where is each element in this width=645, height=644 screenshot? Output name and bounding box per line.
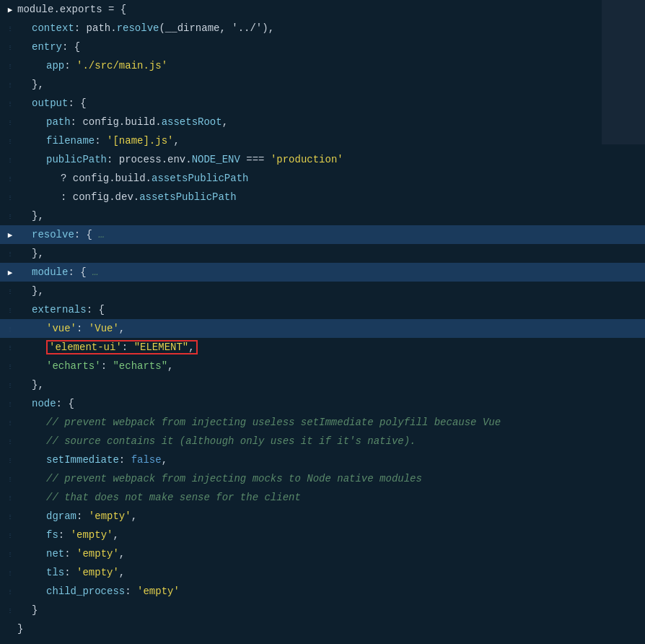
line-gutter: ⋮ <box>3 175 17 182</box>
line-content: : config.dev.assetsPublicPath <box>17 188 645 206</box>
code-line: ⋮// source contains it (although only us… <box>0 432 645 451</box>
line-content: // that does not make sense for the clie… <box>17 489 645 506</box>
line-gutter: ⋮ <box>3 213 17 219</box>
line-content: }, <box>17 282 645 300</box>
line-content: publicPath: process.env.NODE_ENV === 'pr… <box>17 151 645 168</box>
line-content: ? config.build.assetsPublicPath <box>17 170 645 187</box>
line-gutter: ⋮ <box>3 438 17 445</box>
line-gutter: ⋮ <box>3 607 17 614</box>
code-line: ⋮// that does not make sense for the cli… <box>0 488 645 507</box>
line-content: } <box>17 620 645 638</box>
line-gutter: ⋮ <box>3 63 17 69</box>
line-content: // prevent webpack from injecting mocks … <box>17 470 645 487</box>
line-content: resolve: { … <box>17 226 645 243</box>
line-gutter: ▶ <box>3 230 17 240</box>
highlight-box: 'element-ui': "ELEMENT", <box>46 340 198 354</box>
code-line: ⋮}, <box>0 375 645 394</box>
code-line: } <box>0 619 645 638</box>
line-gutter: ⋮ <box>3 532 17 539</box>
code-line: ⋮'vue': 'Vue', <box>0 319 645 338</box>
line-content: } <box>17 601 645 619</box>
minimap <box>602 0 645 144</box>
line-gutter: ⋮ <box>3 44 17 51</box>
line-content: output: { <box>17 95 645 112</box>
code-line: ⋮context: path.resolve(__dirname, '../')… <box>0 19 645 38</box>
line-gutter: ⋮ <box>3 476 17 482</box>
line-gutter: ⋮ <box>3 457 17 464</box>
line-gutter: ⋮ <box>3 495 17 501</box>
line-content: node: { <box>17 395 645 412</box>
line-gutter: ⋮ <box>3 288 17 295</box>
line-gutter: ⋮ <box>3 570 17 576</box>
line-gutter: ⋮ <box>3 419 17 426</box>
line-content: 'element-ui': "ELEMENT", <box>17 339 645 356</box>
line-content: app: './src/main.js' <box>17 57 645 74</box>
line-content: context: path.resolve(__dirname, '../'), <box>17 19 645 37</box>
code-line: ⋮child_process: 'empty' <box>0 582 645 601</box>
line-gutter: ⋮ <box>3 513 17 520</box>
line-gutter: ⋮ <box>3 25 17 32</box>
line-gutter: ⋮ <box>3 307 17 313</box>
line-content: entry: { <box>17 38 645 56</box>
code-editor: ▶module.exports = {⋮context: path.resolv… <box>0 0 645 644</box>
line-content: setImmediate: false, <box>17 451 645 469</box>
line-content: net: 'empty', <box>17 545 645 562</box>
line-gutter: ⋮ <box>3 326 17 332</box>
line-gutter: ▶ <box>3 268 17 277</box>
code-line: ⋮entry: { <box>0 38 645 56</box>
line-content: // prevent webpack from injecting useles… <box>17 414 645 431</box>
line-content: 'vue': 'Vue', <box>17 320 645 337</box>
line-gutter: ⋮ <box>3 194 17 201</box>
line-gutter: ⋮ <box>3 382 17 388</box>
line-gutter: ⋮ <box>3 401 17 407</box>
line-content: }, <box>17 245 645 262</box>
line-content: tls: 'empty', <box>17 564 645 581</box>
line-gutter: ▶ <box>3 5 17 14</box>
code-line: ▶resolve: { … <box>0 225 645 244</box>
line-gutter: ⋮ <box>3 588 17 595</box>
code-line: ⋮// prevent webpack from injecting usele… <box>0 413 645 432</box>
code-line: ⋮}, <box>0 75 645 94</box>
code-line: ⋮net: 'empty', <box>0 544 645 563</box>
line-gutter: ⋮ <box>3 100 17 107</box>
code-line: ⋮node: { <box>0 394 645 413</box>
code-line: ⋮tls: 'empty', <box>0 563 645 582</box>
code-line: ⋮'echarts': "echarts", <box>0 357 645 375</box>
line-gutter: ⋮ <box>3 551 17 557</box>
line-gutter: ⋮ <box>3 157 17 163</box>
code-line: ▶module: { … <box>0 263 645 282</box>
line-content: }, <box>17 376 645 393</box>
code-line: ⋮filename: '[name].js', <box>0 131 645 150</box>
code-line: ⋮}, <box>0 206 645 225</box>
code-line: ⋮'element-ui': "ELEMENT", <box>0 338 645 357</box>
code-line: ▶module.exports = { <box>0 0 645 19</box>
line-gutter: ⋮ <box>3 344 17 351</box>
line-content: filename: '[name].js', <box>17 132 645 149</box>
code-line: ⋮dgram: 'empty', <box>0 507 645 526</box>
code-line: ⋮setImmediate: false, <box>0 451 645 469</box>
line-content: module: { … <box>17 264 645 281</box>
line-content: fs: 'empty', <box>17 526 645 544</box>
code-line: ⋮? config.build.assetsPublicPath <box>0 169 645 188</box>
line-content: // source contains it (although only use… <box>17 432 645 450</box>
line-gutter: ⋮ <box>3 251 17 257</box>
line-content: module.exports = { <box>17 1 645 18</box>
line-content: }, <box>17 76 645 93</box>
line-gutter: ⋮ <box>3 82 17 88</box>
line-content: child_process: 'empty' <box>17 583 645 600</box>
line-gutter: ⋮ <box>3 119 17 126</box>
line-content: }, <box>17 207 645 225</box>
line-content: dgram: 'empty', <box>17 508 645 525</box>
line-gutter: ⋮ <box>3 363 17 370</box>
code-line: ⋮} <box>0 601 645 619</box>
code-line: ⋮fs: 'empty', <box>0 526 645 544</box>
code-line: ⋮// prevent webpack from injecting mocks… <box>0 469 645 488</box>
code-line: ⋮externals: { <box>0 300 645 319</box>
line-content: path: config.build.assetsRoot, <box>17 113 645 131</box>
line-gutter: ⋮ <box>3 138 17 144</box>
line-content: externals: { <box>17 301 645 318</box>
code-line: ⋮: config.dev.assetsPublicPath <box>0 188 645 206</box>
code-line: ⋮path: config.build.assetsRoot, <box>0 113 645 131</box>
code-line: ⋮publicPath: process.env.NODE_ENV === 'p… <box>0 150 645 169</box>
line-content: 'echarts': "echarts", <box>17 357 645 375</box>
